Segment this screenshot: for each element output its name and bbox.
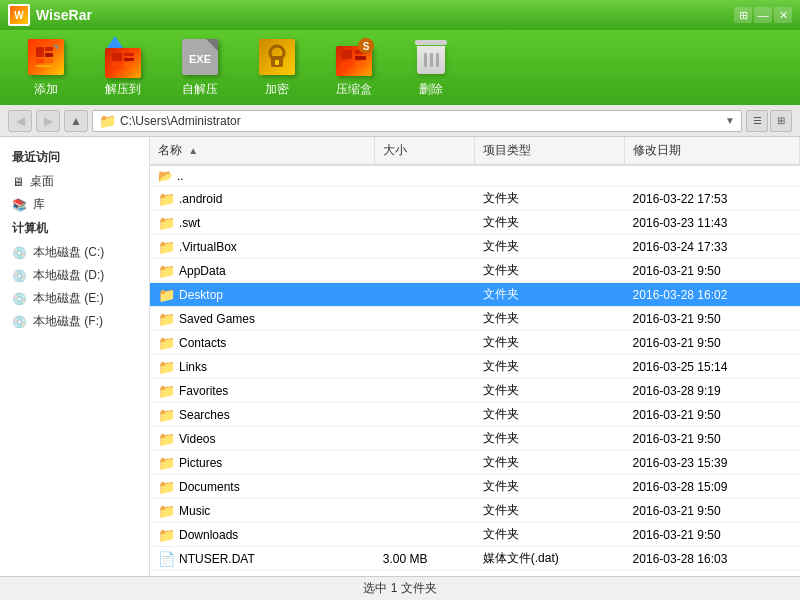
file-type-cell: 媒体文件(.dat) bbox=[475, 547, 625, 571]
column-type[interactable]: 项目类型 bbox=[475, 137, 625, 165]
file-size-cell bbox=[375, 331, 475, 355]
app-logo: W WiseRar bbox=[8, 4, 734, 26]
column-size[interactable]: 大小 bbox=[375, 137, 475, 165]
folder-icon: 📁 bbox=[158, 383, 175, 399]
file-size-cell bbox=[375, 475, 475, 499]
table-row[interactable]: 📄NTUSER.DAT3.00 MB媒体文件(.dat)2016-03-28 1… bbox=[150, 547, 800, 571]
desktop-icon: 🖥 bbox=[12, 175, 24, 189]
grid-button[interactable]: ⊞ bbox=[734, 7, 752, 23]
navbar: ◀ ▶ ▲ 📁 C:\Users\Administrator ▼ ☰ ⊞ bbox=[0, 105, 800, 137]
table-row[interactable]: 📁Music文件夹2016-03-21 9:50 bbox=[150, 499, 800, 523]
table-row[interactable]: 📁Favorites文件夹2016-03-28 9:19 bbox=[150, 379, 800, 403]
address-bar[interactable]: 📁 C:\Users\Administrator ▼ bbox=[92, 110, 742, 132]
sfx-icon: EXE bbox=[180, 37, 220, 77]
file-date-cell: 2016-03-28 16:03 bbox=[625, 547, 800, 571]
folder-icon: 📁 bbox=[158, 287, 175, 303]
file-name-cell: 📁Music bbox=[150, 499, 375, 523]
close-button[interactable]: ✕ bbox=[774, 7, 792, 23]
file-type-cell: 文件夹 bbox=[475, 523, 625, 547]
svg-rect-9 bbox=[124, 58, 134, 61]
sidebar-item-desktop[interactable]: 🖥 桌面 bbox=[0, 170, 149, 193]
table-row[interactable]: 📁.VirtualBox文件夹2016-03-24 17:33 bbox=[150, 235, 800, 259]
file-size-cell bbox=[375, 259, 475, 283]
folder-icon: 📁 bbox=[158, 407, 175, 423]
folder-icon: 📁 bbox=[158, 503, 175, 519]
sidebar-item-drive-e[interactable]: 💿 本地磁盘 (E:) bbox=[0, 287, 149, 310]
file-size-cell bbox=[375, 355, 475, 379]
file-type-cell: 文件夹 bbox=[475, 187, 625, 211]
back-button[interactable]: ◀ bbox=[8, 110, 32, 132]
table-row[interactable]: 📁.android文件夹2016-03-22 17:53 bbox=[150, 187, 800, 211]
file-name-cell: 📁Contacts bbox=[150, 331, 375, 355]
column-date[interactable]: 修改日期 bbox=[625, 137, 800, 165]
file-name-cell: 📁.swt bbox=[150, 211, 375, 235]
forward-button[interactable]: ▶ bbox=[36, 110, 60, 132]
library-icon: 📚 bbox=[12, 198, 27, 212]
sidebar-library-label: 库 bbox=[33, 196, 45, 213]
file-type-cell: 文件夹 bbox=[475, 355, 625, 379]
table-row[interactable]: 📁Links文件夹2016-03-25 15:14 bbox=[150, 355, 800, 379]
column-name[interactable]: 名称 ▲ bbox=[150, 137, 375, 165]
table-row[interactable]: 📁Downloads文件夹2016-03-21 9:50 bbox=[150, 523, 800, 547]
file-date-cell: 2016-03-23 15:39 bbox=[625, 451, 800, 475]
table-row[interactable]: 📁Desktop文件夹2016-03-28 16:02 bbox=[150, 283, 800, 307]
table-row[interactable]: 📁Pictures文件夹2016-03-23 15:39 bbox=[150, 451, 800, 475]
svg-rect-10 bbox=[112, 63, 122, 66]
folder-icon: 📁 bbox=[158, 191, 175, 207]
file-date-cell: 2016-03-21 9:50 bbox=[625, 499, 800, 523]
file-icon: 📄 bbox=[158, 551, 175, 567]
sidebar-item-drive-d[interactable]: 💿 本地磁盘 (D:) bbox=[0, 264, 149, 287]
list-view-button[interactable]: ☰ bbox=[746, 110, 768, 132]
extract-button[interactable]: 解压到 bbox=[87, 35, 159, 100]
file-name-cell: 📁AppData bbox=[150, 259, 375, 283]
table-row[interactable]: 📁Documents文件夹2016-03-28 15:09 bbox=[150, 475, 800, 499]
file-name: .VirtualBox bbox=[179, 240, 237, 254]
svg-rect-7 bbox=[112, 53, 122, 61]
file-table-body: 📂..📁.android文件夹2016-03-22 17:53📁.swt文件夹2… bbox=[150, 165, 800, 571]
delete-button[interactable]: 删除 bbox=[395, 35, 467, 100]
sidebar-drive-d-label: 本地磁盘 (D:) bbox=[33, 267, 104, 284]
sfx-button[interactable]: EXE 自解压 bbox=[164, 35, 236, 100]
drive-c-icon: 💿 bbox=[12, 246, 27, 260]
table-row[interactable]: 📁Contacts文件夹2016-03-21 9:50 bbox=[150, 331, 800, 355]
file-type-cell: 文件夹 bbox=[475, 259, 625, 283]
table-row[interactable]: 📂.. bbox=[150, 165, 800, 187]
file-name: Saved Games bbox=[179, 312, 255, 326]
up-button[interactable]: ▲ bbox=[64, 110, 88, 132]
minimize-button[interactable]: — bbox=[754, 7, 772, 23]
sort-arrow-icon: ▲ bbox=[188, 145, 198, 156]
titlebar: W WiseRar ⊞ — ✕ bbox=[0, 0, 800, 30]
sidebar-item-drive-f[interactable]: 💿 本地磁盘 (F:) bbox=[0, 310, 149, 333]
table-row[interactable]: 📁.swt文件夹2016-03-23 11:43 bbox=[150, 211, 800, 235]
table-row[interactable]: 📁Searches文件夹2016-03-21 9:50 bbox=[150, 403, 800, 427]
svg-rect-3 bbox=[36, 59, 44, 63]
compress-button[interactable]: S 压缩盒 bbox=[318, 35, 390, 100]
table-row[interactable]: 📁Videos文件夹2016-03-21 9:50 bbox=[150, 427, 800, 451]
sidebar-drive-f-label: 本地磁盘 (F:) bbox=[33, 313, 103, 330]
file-name: Contacts bbox=[179, 336, 226, 350]
svg-rect-11 bbox=[124, 63, 134, 66]
file-date-cell: 2016-03-21 9:50 bbox=[625, 307, 800, 331]
file-date-cell: 2016-03-28 15:09 bbox=[625, 475, 800, 499]
grid-view-button[interactable]: ⊞ bbox=[770, 110, 792, 132]
file-table-header: 名称 ▲ 大小 项目类型 修改日期 bbox=[150, 137, 800, 165]
file-type-cell: 文件夹 bbox=[475, 283, 625, 307]
address-dropdown-icon[interactable]: ▼ bbox=[725, 115, 735, 126]
table-row[interactable]: 📁AppData文件夹2016-03-21 9:50 bbox=[150, 259, 800, 283]
file-size-cell bbox=[375, 523, 475, 547]
encrypt-label: 加密 bbox=[265, 81, 289, 98]
table-row[interactable]: 📁Saved Games文件夹2016-03-21 9:50 bbox=[150, 307, 800, 331]
add-button[interactable]: 添加 bbox=[10, 35, 82, 100]
sidebar-item-drive-c[interactable]: 💿 本地磁盘 (C:) bbox=[0, 241, 149, 264]
file-name: Videos bbox=[179, 432, 215, 446]
svg-rect-0 bbox=[36, 47, 44, 57]
file-name-cell: 📁.VirtualBox bbox=[150, 235, 375, 259]
encrypt-button[interactable]: 加密 bbox=[241, 35, 313, 100]
sidebar-item-library[interactable]: 📚 库 bbox=[0, 193, 149, 216]
file-table: 名称 ▲ 大小 项目类型 修改日期 📂..📁.android文件夹2016-03… bbox=[150, 137, 800, 571]
svg-rect-2 bbox=[45, 53, 53, 57]
file-type-cell: 文件夹 bbox=[475, 451, 625, 475]
file-date-cell: 2016-03-25 15:14 bbox=[625, 355, 800, 379]
folder-icon: 📁 bbox=[158, 239, 175, 255]
file-size-cell bbox=[375, 211, 475, 235]
